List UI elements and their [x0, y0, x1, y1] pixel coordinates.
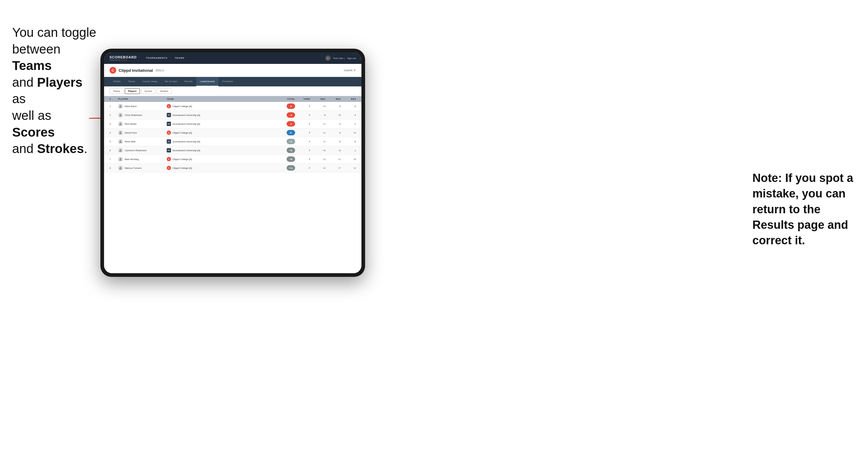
cell-total: +11: [274, 165, 295, 171]
svg-point-7: [120, 158, 121, 159]
cell-thru: F: [295, 123, 310, 125]
tournament-name: Clippd Invitational: [119, 68, 153, 73]
svg-point-2: [120, 114, 121, 115]
svg-point-3: [120, 123, 121, 124]
cell-rd1: +2: [310, 158, 326, 161]
header-nav: TOURNAMENTS TEAMS: [142, 52, 325, 64]
cell-thru: F: [295, 131, 310, 134]
table-row: 3 Rich Butler SU Scoreboard University […: [104, 120, 362, 128]
cell-rd1: -5: [310, 114, 326, 117]
cell-rd2: -6: [326, 105, 341, 108]
cell-rd2: +1: [326, 158, 341, 161]
cell-rd1: +2: [310, 167, 326, 169]
table-row: 8 Marcus Turners C Clippd College [A] +1…: [104, 164, 362, 173]
cell-rank: 5: [110, 140, 118, 143]
cell-rd3: +3: [341, 131, 356, 134]
sub-tab-teams[interactable]: Teams: [110, 88, 124, 94]
sign-out-link[interactable]: Sign out: [347, 57, 356, 60]
table-row: 4 David Ford C Clippd College [A] E F +1…: [104, 128, 362, 137]
table-row: 6 Cameron Robertson SU Scoreboard Univer…: [104, 146, 362, 155]
header-user: U Test User | Sign out: [325, 55, 356, 61]
tab-printables[interactable]: Printables: [218, 77, 237, 86]
cell-rd2: +5: [326, 114, 341, 117]
cell-player: Rees Britt: [118, 139, 167, 144]
close-icon: ✕: [353, 69, 356, 72]
cell-rd1: +5: [310, 149, 326, 152]
col-thru: THRU: [295, 98, 310, 100]
col-rd1: RD1: [310, 98, 326, 100]
col-rd3: RD3: [341, 98, 356, 100]
tab-course-setup[interactable]: Course Setup: [139, 77, 161, 86]
cell-total: +1: [274, 139, 295, 144]
col-rank: #: [110, 98, 118, 100]
cell-team: C Clippd College [A]: [167, 166, 274, 170]
col-total: TOTAL: [274, 98, 295, 100]
sub-tab-players[interactable]: Players: [125, 88, 140, 94]
tab-details[interactable]: Details: [110, 77, 124, 86]
scoreboard-logo: SCOREBOARD Powered by clippd: [110, 56, 136, 61]
col-player: PLAYER: [118, 98, 167, 100]
right-annotation: Note: If you spot a mistake, you can ret…: [752, 170, 856, 248]
cell-total: E: [274, 130, 295, 135]
cell-thru: F: [295, 158, 310, 161]
player-avatar: [118, 121, 123, 126]
tab-leaderboards[interactable]: Leaderboards: [196, 77, 218, 86]
player-avatar: [118, 165, 123, 170]
player-avatar: [118, 139, 123, 144]
logo-sub: Powered by clippd: [110, 59, 136, 61]
table-row: 5 Rees Britt SU Scoreboard University [A…: [104, 137, 362, 146]
svg-point-5: [120, 140, 121, 142]
cell-team: C Clippd College [A]: [167, 130, 274, 135]
nav-teams[interactable]: TEAMS: [171, 52, 188, 64]
tab-bar: Details Teams Course Setup Tee Groups Re…: [104, 77, 362, 86]
cell-team: SU Scoreboard University [A]: [167, 113, 274, 117]
cell-rd3: -4: [341, 114, 356, 117]
player-avatar: [118, 113, 123, 118]
tab-tee-groups[interactable]: Tee Groups: [161, 77, 181, 86]
cancel-button[interactable]: Cancel ✕: [344, 69, 356, 72]
cell-total: -8: [274, 103, 295, 109]
sub-tab-bar: Teams Players Scores Strokes: [104, 86, 362, 96]
app-header: SCOREBOARD Powered by clippd TOURNAMENTS…: [104, 52, 362, 64]
cell-total: +8: [274, 156, 295, 162]
cell-thru: F: [295, 105, 310, 108]
tab-results[interactable]: Results: [181, 77, 196, 86]
tablet-screen: SCOREBOARD Powered by clippd TOURNAMENTS…: [104, 52, 362, 273]
table-header: # PLAYER TEAM TOTAL THRU RD1 RD2 RD3: [104, 96, 362, 102]
tournament-icon: C: [110, 67, 116, 74]
tablet-frame: SCOREBOARD Powered by clippd TOURNAMENTS…: [100, 49, 365, 277]
sub-tab-strokes[interactable]: Strokes: [157, 88, 172, 94]
cell-rank: 8: [110, 167, 118, 169]
col-team: TEAM: [167, 98, 274, 100]
tournament-title-row: C Clippd Invitational (Men): [110, 67, 164, 74]
svg-point-6: [120, 149, 121, 151]
player-avatar: [118, 130, 123, 135]
table-row: 7 Blair McHarg C Clippd College [A] +8 F…: [104, 155, 362, 164]
leaderboard-table: # PLAYER TEAM TOTAL THRU RD1 RD2 RD3 1 E…: [104, 96, 362, 273]
cell-rd1: +1: [310, 123, 326, 125]
cell-rank: 6: [110, 149, 118, 152]
cell-total: +6: [274, 148, 295, 153]
cell-rank: 2: [110, 114, 118, 117]
table-row: 1 Elliot Ebert C Clippd College [A] -8 F…: [104, 102, 362, 111]
svg-point-1: [120, 105, 121, 106]
user-avatar: U: [325, 55, 331, 61]
cell-thru: F: [295, 167, 310, 169]
svg-point-4: [120, 131, 121, 133]
player-avatar: [118, 104, 123, 108]
left-annotation: You can toggle between Teams and Players…: [12, 24, 97, 157]
cell-player: Rich Butler: [118, 121, 167, 126]
cell-rd1: +3: [310, 105, 326, 108]
cell-rank: 7: [110, 158, 118, 161]
col-rd2: RD2: [326, 98, 341, 100]
nav-tournaments[interactable]: TOURNAMENTS: [142, 52, 171, 64]
cell-rd3: +6: [341, 158, 356, 161]
cell-total: -4: [274, 112, 295, 118]
cell-rd3: -1: [341, 123, 356, 125]
sub-tab-scores[interactable]: Scores: [141, 88, 155, 94]
tab-teams[interactable]: Teams: [124, 77, 139, 86]
cell-rd3: +2: [341, 167, 356, 169]
tournament-gender: (Men): [155, 68, 164, 72]
table-body: 1 Elliot Ebert C Clippd College [A] -8 F…: [104, 102, 362, 173]
cell-player: David Ford: [118, 130, 167, 135]
